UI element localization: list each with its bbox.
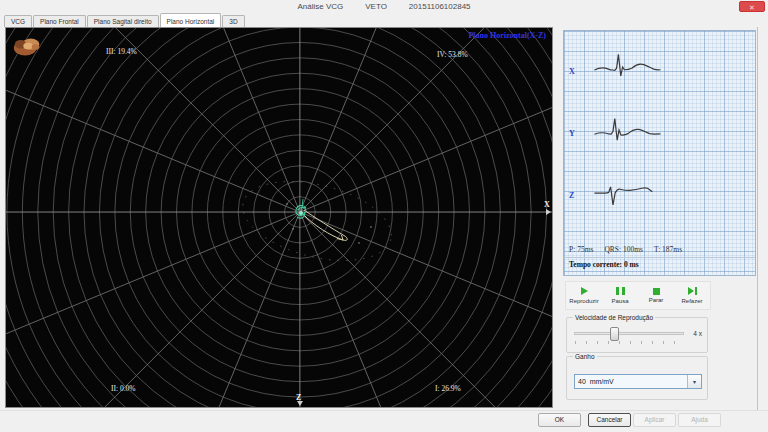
tab-vcg[interactable]: VCG [4,15,32,27]
x-axis-arrow-icon [546,209,551,215]
play-icon [581,287,588,295]
lead-z-label: Z [569,191,574,200]
stop-icon [653,288,660,295]
close-button[interactable]: ✕ [739,1,765,12]
speed-value: 4 x [693,330,702,337]
vcg-polar-plot: Plano Horizontal(X-Z) III: 19.4% IV: 53.… [5,27,553,408]
replay-button[interactable]: Refazer [674,282,710,309]
speed-group-label: Velocidade de Reprodução [573,314,655,322]
interval-readouts: P: 75ms QRS: 100ms T: 187ms [569,245,682,254]
tab-plano-sagital-direito[interactable]: Plano Sagital direito [87,15,159,27]
lead-x-waveform [592,44,664,84]
gain-groupbox: Ganho 40 mm/mV ▾ [566,356,708,400]
lead-y-label: Y [569,129,575,138]
play-button[interactable]: Reproduzir [566,282,602,309]
qrs-interval: QRS: 100ms [604,245,643,254]
stop-button[interactable]: Parar [638,282,674,309]
chevron-down-icon: ▾ [693,378,696,385]
speed-slider-ticks [575,341,685,344]
x-axis-label: X [544,200,550,209]
stop-label: Parar [649,297,664,303]
speed-slider[interactable] [574,332,684,335]
lead-y-waveform [592,107,664,147]
ok-button[interactable]: OK [538,413,581,427]
tempo-separator [564,257,755,258]
gain-group-label: Ganho [573,353,597,361]
lead-x-label: X [569,67,575,76]
lead-z-waveform [592,172,664,212]
playback-toolbar: Reproduzir Pausa Parar Refazer [565,281,711,310]
z-axis-arrow-icon [297,401,303,406]
right-panel-divider [757,27,758,410]
ecg-leads-panel: X Y Z P: 75ms QRS: 100ms T: 187ms Tempo … [563,30,756,276]
plot-title: Plano Horizontal(X-Z) [468,31,546,40]
tab-3d[interactable]: 3D [222,15,244,27]
apply-button: Aplicar [633,413,676,427]
t-interval: T: 187ms [654,245,682,254]
quadrant-ii-label: II: 0.0% [111,384,136,393]
help-button: Ajuda [678,413,721,427]
exam-id: 20151106102845 [409,2,471,11]
heart-orientation-icon [9,31,47,63]
title-bar: Análise VCG VETO 20151106102845 [0,0,768,13]
tab-plano-horizontal[interactable]: Plano Horizontal [160,13,222,27]
replay-icon [688,287,697,295]
tab-plano-frontal[interactable]: Plano Frontal [33,15,86,27]
pause-button[interactable]: Pausa [602,282,638,309]
tab-strip: VCG Plano Frontal Plano Sagital direito … [4,13,768,27]
pause-icon [616,287,625,295]
quadrant-iii-label: III: 19.4% [106,47,137,56]
app-title: Análise VCG [297,2,343,11]
speed-groupbox: Velocidade de Reprodução 4 x [566,317,708,353]
quadrant-iv-label: IV: 53.8% [437,50,468,59]
replay-label: Refazer [681,298,702,304]
gain-dropdown-button[interactable]: ▾ [687,375,701,388]
analise-vcg-window: { "window": { "title_app": "Análise VCG"… [0,0,768,432]
pause-label: Pausa [611,298,628,304]
vcg-vector-loop [231,163,431,263]
speed-slider-thumb[interactable] [610,327,619,341]
p-interval: P: 75ms [569,245,593,254]
cancel-button[interactable]: Cancelar [588,413,631,427]
play-label: Reproduzir [569,298,598,304]
quadrant-i-label: I: 26.9% [435,384,461,393]
current-time-readout: Tempo corrente: 0 ms [569,260,639,269]
close-icon: ✕ [749,4,755,11]
gain-combobox[interactable]: 40 mm/mV ▾ [574,374,702,389]
footer-separator [0,410,768,411]
gain-selected-value: 40 mm/mV [575,375,687,388]
patient-name: VETO [365,2,387,11]
